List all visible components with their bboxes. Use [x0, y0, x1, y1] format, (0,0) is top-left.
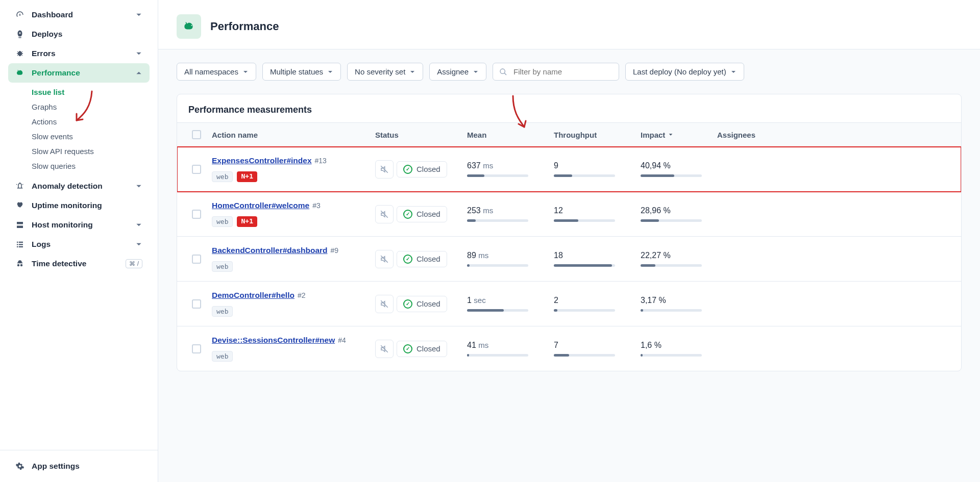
throughput-value: 7	[554, 341, 641, 350]
action-link[interactable]: DemoController#hello	[212, 291, 295, 299]
action-link[interactable]: HomeController#welcome	[212, 201, 309, 210]
search-icon	[499, 68, 507, 76]
status-pill[interactable]: ✓Closed	[397, 251, 447, 267]
table-header: Action name Status Mean Throughput Impac…	[177, 122, 961, 147]
col-assignees[interactable]: Assignees	[717, 130, 778, 139]
impact-bar	[641, 174, 702, 177]
sidebar-item-deploys[interactable]: Deploys	[8, 24, 150, 44]
status-pill[interactable]: ✓Closed	[397, 296, 447, 312]
sidebar-item-errors[interactable]: Errors	[8, 44, 150, 63]
checkbox-all[interactable]	[192, 130, 201, 139]
table-row: ExpensesController#index#13webN+1✓Closed…	[177, 147, 961, 192]
col-status[interactable]: Status	[375, 130, 467, 139]
check-circle-icon: ✓	[403, 299, 412, 309]
sidebar-item-uptime-monitoring[interactable]: Uptime monitoring	[8, 196, 150, 215]
impact-bar	[641, 219, 702, 222]
col-throughput[interactable]: Throughput	[554, 130, 641, 139]
mean-value: 41 ms	[467, 341, 554, 350]
heartbeat-icon	[15, 201, 24, 210]
action-link[interactable]: ExpensesController#index	[212, 156, 312, 165]
search-input[interactable]	[511, 63, 612, 80]
sidebar-item-anomaly-detection[interactable]: Anomaly detection	[8, 176, 150, 196]
spy-icon	[15, 259, 24, 268]
throughput-bar	[554, 354, 615, 357]
sidebar-item-time-detective[interactable]: Time detective⌘ /	[8, 254, 150, 273]
mute-icon[interactable]	[375, 250, 394, 268]
svg-point-0	[500, 69, 505, 73]
table-row: DemoController#hello#2web✓Closed1 sec23,…	[177, 282, 961, 326]
throughput-bar	[554, 264, 615, 267]
mean-bar	[467, 354, 528, 357]
action-link[interactable]: BackendController#dashboard	[212, 246, 328, 255]
row-checkbox[interactable]	[192, 210, 201, 219]
sidebar-subitem-issue-list[interactable]: Issue list	[32, 85, 150, 99]
sidebar-item-label: Dashboard	[32, 10, 73, 19]
namespace-tag: web	[212, 261, 233, 272]
filter-severity[interactable]: No severity set	[347, 63, 423, 81]
panel-title: Performance measurements	[177, 94, 961, 122]
sidebar-item-label: Errors	[32, 49, 56, 58]
namespace-tag: web	[212, 171, 233, 182]
impact-value: 28,96 %	[641, 206, 717, 215]
mute-icon[interactable]	[375, 340, 394, 358]
sidebar-item-dashboard[interactable]: Dashboard	[8, 5, 150, 24]
filter-status[interactable]: Multiple statues	[262, 63, 341, 81]
sidebar-item-label: Performance	[32, 68, 80, 78]
chevron-down-icon	[135, 11, 142, 18]
check-circle-icon: ✓	[403, 210, 412, 219]
mute-icon[interactable]	[375, 205, 394, 223]
col-mean[interactable]: Mean	[467, 130, 554, 139]
filter-namespace[interactable]: All namespaces	[177, 63, 256, 81]
row-checkbox[interactable]	[192, 344, 201, 353]
keyboard-shortcut: ⌘ /	[126, 259, 142, 268]
table-row: BackendController#dashboard#9web✓Closed8…	[177, 237, 961, 282]
gear-icon	[15, 462, 24, 471]
sidebar-subitem-slow-api-requests[interactable]: Slow API requests	[32, 144, 150, 159]
sidebar-item-label: Deploys	[32, 30, 62, 39]
page-header: Performance	[158, 0, 980, 49]
page-title: Performance	[210, 20, 279, 33]
server-icon	[15, 220, 24, 230]
check-circle-icon: ✓	[403, 344, 412, 353]
action-link[interactable]: Devise::SessionsController#new	[212, 336, 335, 344]
filter-search[interactable]	[493, 63, 619, 81]
sidebar-subitem-graphs[interactable]: Graphs	[32, 99, 150, 114]
nplus1-badge: N+1	[237, 216, 257, 227]
namespace-tag: web	[212, 351, 233, 362]
sidebar: DashboardDeploysErrorsPerformanceIssue l…	[0, 0, 158, 482]
issue-number: #4	[338, 336, 346, 344]
filter-assignee[interactable]: Assignee	[429, 63, 486, 81]
sidebar-subitem-slow-events[interactable]: Slow events	[32, 129, 150, 144]
mute-icon[interactable]	[375, 160, 394, 179]
impact-value: 1,6 %	[641, 341, 717, 350]
sidebar-item-logs[interactable]: Logs	[8, 235, 150, 254]
sidebar-item-performance[interactable]: Performance	[8, 63, 150, 83]
status-pill[interactable]: ✓Closed	[397, 206, 447, 222]
row-checkbox[interactable]	[192, 299, 201, 309]
mean-bar	[467, 219, 528, 222]
sidebar-item-app-settings[interactable]: App settings	[8, 456, 150, 476]
row-checkbox[interactable]	[192, 165, 201, 174]
impact-value: 40,94 %	[641, 161, 717, 170]
mean-bar	[467, 264, 528, 267]
col-impact[interactable]: Impact	[641, 130, 717, 139]
sidebar-item-host-monitoring[interactable]: Host monitoring	[8, 215, 150, 235]
sidebar-item-label: Logs	[32, 240, 51, 249]
filter-deploy[interactable]: Last deploy (No deploy yet)	[625, 63, 744, 81]
sidebar-subitem-actions[interactable]: Actions	[32, 114, 150, 129]
sidebar-subitem-slow-queries[interactable]: Slow queries	[32, 159, 150, 173]
col-action[interactable]: Action name	[212, 130, 375, 139]
table-row: HomeController#welcome#3webN+1✓Closed253…	[177, 192, 961, 237]
issue-number: #2	[298, 291, 306, 299]
chevron-down-icon	[668, 132, 673, 137]
check-circle-icon: ✓	[403, 255, 412, 264]
status-pill[interactable]: ✓Closed	[397, 161, 447, 177]
mute-icon[interactable]	[375, 295, 394, 313]
row-checkbox[interactable]	[192, 255, 201, 264]
mean-value: 637 ms	[467, 161, 554, 170]
chevron-down-icon	[135, 221, 142, 229]
namespace-tag: web	[212, 216, 233, 227]
status-pill[interactable]: ✓Closed	[397, 341, 447, 357]
sidebar-item-label: App settings	[32, 462, 80, 471]
chevron-down-icon	[135, 183, 142, 190]
